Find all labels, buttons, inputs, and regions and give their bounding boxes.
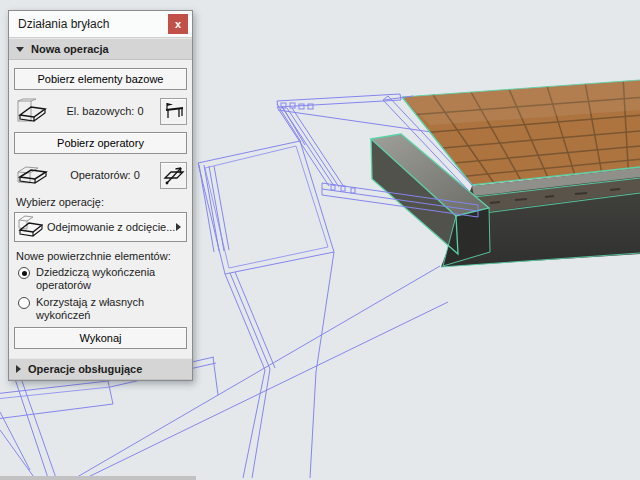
table-flag-icon (163, 100, 185, 122)
get-operators-button[interactable]: Pobierz operatory (14, 132, 187, 154)
dropdown-arrow-icon (176, 223, 181, 231)
new-surfaces-label: Nowe powierzchnie elementów: (16, 250, 185, 262)
palette-titlebar[interactable]: Działania bryłach x (9, 11, 192, 38)
operators-row: Operatorów: 0 (14, 160, 187, 190)
operation-select[interactable]: Odejmowanie z odcięcie... (14, 212, 187, 242)
surface-option-inherit-label: Dziedziczą wykończenia operatorów (36, 266, 187, 292)
pick-base-elements-button[interactable] (160, 98, 187, 125)
section-label: Nowa operacja (31, 43, 109, 55)
status-bar-fragment (0, 476, 196, 480)
palette-title: Działania bryłach (18, 17, 168, 31)
get-base-elements-button[interactable]: Pobierz elementy bazowe (14, 68, 187, 90)
radio-unselected-icon[interactable] (18, 297, 30, 309)
operators-icon (14, 162, 50, 188)
surface-option-inherit[interactable]: Dziedziczą wykończenia operatorów (18, 266, 187, 292)
expand-icon (16, 365, 21, 373)
operators-count: Operatorów: 0 (50, 169, 160, 181)
base-elements-count: El. bazowych: 0 (50, 105, 160, 117)
app-window: Działania bryłach x Nowa operacja Pobier… (0, 0, 640, 480)
surface-option-own[interactable]: Korzystają z własnych wykończeń (18, 296, 187, 322)
palette-content: Pobierz elementy bazowe El. bazowych: 0 (9, 60, 192, 358)
base-elements-icon (14, 98, 50, 124)
surface-option-own-label: Korzystają z własnych wykończeń (36, 296, 187, 322)
solid-operations-palette: Działania bryłach x Nowa operacja Pobier… (8, 10, 193, 381)
close-button[interactable]: x (168, 14, 188, 34)
operation-select-value: Odejmowanie z odcięcie... (47, 221, 176, 233)
section-label: Operacje obsługujące (28, 363, 142, 375)
execute-button[interactable]: Wykonaj (14, 327, 187, 349)
pick-operators-button[interactable] (160, 162, 187, 189)
collapse-icon (16, 47, 24, 52)
section-header-supporting-operations[interactable]: Operacje obsługujące (9, 358, 192, 380)
choose-operation-label: Wybierz operację: (16, 196, 185, 208)
radio-selected-icon[interactable] (18, 267, 30, 279)
section-header-new-operation[interactable]: Nowa operacja (9, 38, 192, 60)
base-elements-row: El. bazowych: 0 (14, 96, 187, 126)
plane-arrow-icon (163, 164, 185, 186)
subtract-operation-icon (17, 214, 47, 240)
